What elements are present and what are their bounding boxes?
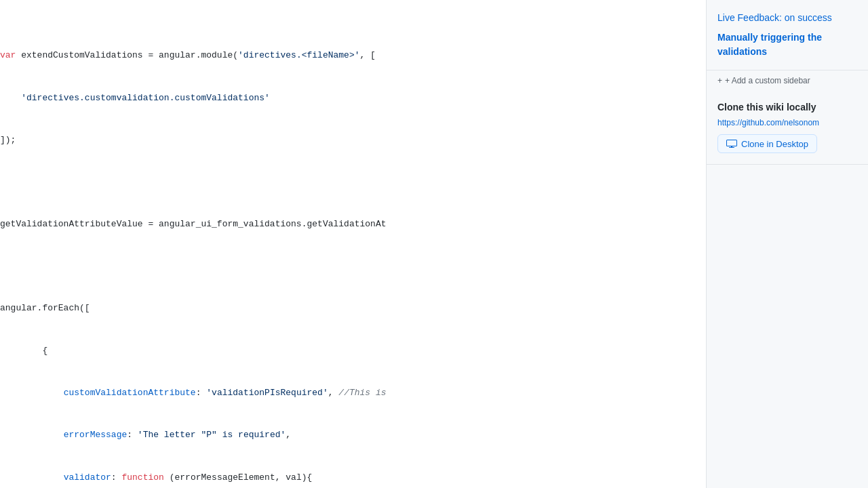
code-line: getValidationAttributeValue = angular_ui… — [0, 218, 706, 232]
add-sidebar-button[interactable]: + + Add a custom sidebar — [707, 70, 868, 91]
code-line: 'directives.customvalidation.customValid… — [0, 92, 706, 106]
clone-desktop-button[interactable]: Clone in Desktop — [717, 134, 817, 153]
add-sidebar-label: + Add a custom sidebar — [725, 76, 810, 85]
code-line — [0, 176, 706, 190]
sidebar-nav-section: Live Feedback: on success Manually trigg… — [707, 0, 868, 70]
code-panel: var extendCustomValidations = angular.mo… — [0, 0, 707, 488]
clone-btn-label: Clone in Desktop — [741, 139, 808, 149]
code-line: { — [0, 344, 706, 359]
plus-icon: + — [717, 76, 722, 85]
code-line: customValidationAttribute: 'validationPI… — [0, 386, 706, 401]
clone-url[interactable]: https://github.com/nelsonom — [717, 118, 857, 127]
code-content: var extendCustomValidations = angular.mo… — [0, 0, 706, 488]
code-line: errorMessage: 'The letter "P" is require… — [0, 428, 706, 443]
manual-trigger-line1: Manually triggering the — [717, 32, 822, 43]
manual-trigger-line2: validations — [717, 46, 767, 57]
code-line: angular.forEach([ — [0, 302, 706, 316]
monitor-icon — [726, 138, 737, 149]
code-line: var extendCustomValidations = angular.mo… — [0, 49, 706, 63]
clone-section: Clone this wiki locally https://github.c… — [707, 91, 868, 165]
code-line — [0, 260, 706, 274]
manual-trigger-link[interactable]: Manually triggering the validations — [717, 30, 857, 59]
live-feedback-link[interactable]: Live Feedback: on success — [717, 11, 857, 25]
sidebar: Live Feedback: on success Manually trigg… — [707, 0, 868, 488]
clone-section-title: Clone this wiki locally — [717, 102, 857, 113]
code-line: ]); — [0, 134, 706, 148]
code-line: validator: function (errorMessageElement… — [0, 471, 706, 485]
